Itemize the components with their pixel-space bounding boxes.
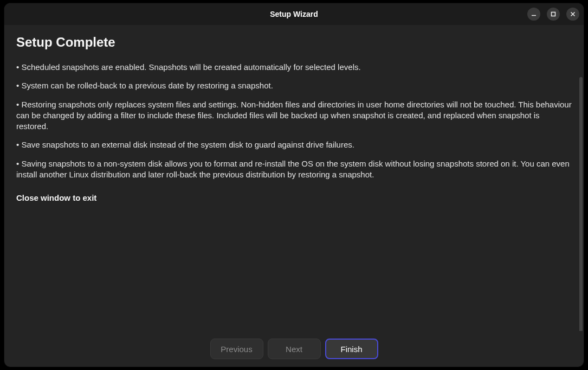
exit-note: Close window to exit bbox=[16, 193, 572, 202]
titlebar: Setup Wizard bbox=[4, 3, 584, 25]
maximize-button[interactable] bbox=[547, 8, 560, 21]
footer-nav: Previous Next Finish bbox=[4, 331, 584, 367]
svg-rect-1 bbox=[552, 12, 555, 16]
bullet-item: Scheduled snapshots are enabled. Snapsho… bbox=[16, 62, 572, 73]
next-button[interactable]: Next bbox=[268, 339, 321, 359]
close-icon bbox=[570, 11, 576, 17]
body-area: Setup Complete Scheduled snapshots are e… bbox=[4, 25, 584, 367]
maximize-icon bbox=[550, 11, 557, 17]
bullet-item: Save snapshots to an external disk inste… bbox=[16, 139, 572, 150]
setup-wizard-window: Setup Wizard Setup Complete Scheduled sn… bbox=[4, 3, 584, 367]
content-area: Setup Complete Scheduled snapshots are e… bbox=[4, 25, 584, 331]
minimize-button[interactable] bbox=[527, 8, 540, 21]
scrollbar[interactable] bbox=[579, 77, 583, 331]
previous-button[interactable]: Previous bbox=[210, 339, 263, 359]
finish-button[interactable]: Finish bbox=[325, 339, 378, 359]
close-button[interactable] bbox=[566, 8, 579, 21]
bullet-item: Saving snapshots to a non-system disk al… bbox=[16, 158, 572, 181]
window-controls bbox=[527, 3, 579, 25]
page-heading: Setup Complete bbox=[16, 35, 572, 50]
bullet-item: Restoring snapshots only replaces system… bbox=[16, 99, 572, 132]
bullet-item: System can be rolled-back to a previous … bbox=[16, 80, 572, 91]
window-title: Setup Wizard bbox=[270, 10, 318, 18]
info-bullets: Scheduled snapshots are enabled. Snapsho… bbox=[16, 62, 572, 180]
minimize-icon bbox=[531, 11, 537, 17]
